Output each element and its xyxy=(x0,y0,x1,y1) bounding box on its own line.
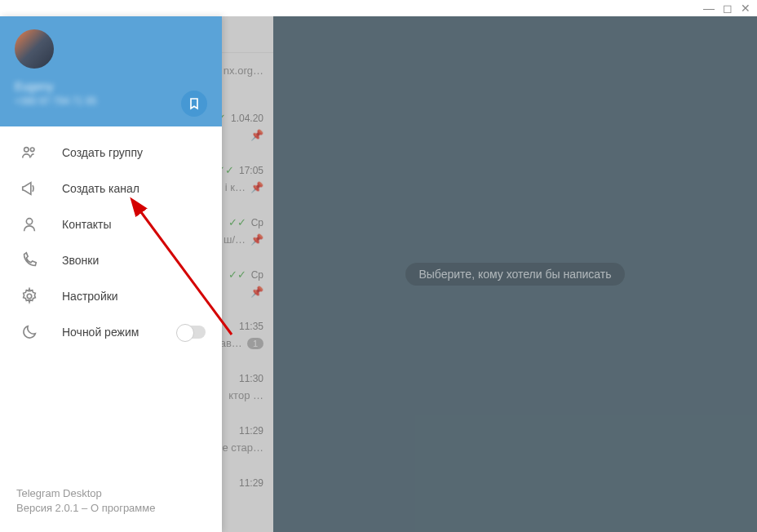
version-text: Версия 2.0.1 – xyxy=(16,502,91,514)
menu-label: Создать группу xyxy=(62,146,206,159)
drawer: Eugeny +380 97 794 71 95 Создать группу … xyxy=(0,16,222,532)
minimize-button[interactable]: — xyxy=(703,2,715,15)
phone-icon xyxy=(20,250,39,270)
svg-point-1 xyxy=(30,148,34,152)
menu-label: Создать канал xyxy=(62,182,206,195)
menu-calls[interactable]: Звонки xyxy=(0,242,222,278)
about-link[interactable]: О программе xyxy=(91,502,156,514)
saved-messages-button[interactable] xyxy=(181,91,207,117)
drawer-menu: Создать группу Создать канал Контакты Зв… xyxy=(0,126,222,475)
moon-icon xyxy=(20,322,39,342)
group-icon xyxy=(20,143,39,162)
megaphone-icon xyxy=(20,179,39,198)
menu-new-channel[interactable]: Создать канал xyxy=(0,171,222,206)
gear-icon xyxy=(20,286,39,306)
drawer-header: Eugeny +380 97 794 71 95 xyxy=(0,16,222,126)
drawer-footer: Telegram Desktop Версия 2.0.1 – О програ… xyxy=(0,475,222,532)
user-name: Eugeny xyxy=(15,80,207,93)
menu-label: Настройки xyxy=(62,290,206,303)
menu-new-group[interactable]: Создать группу xyxy=(0,135,222,171)
titlebar: — ◻ ✕ xyxy=(0,0,757,16)
menu-label: Ночной режим xyxy=(62,326,178,339)
user-phone: +380 97 794 71 95 xyxy=(15,95,207,107)
svg-point-2 xyxy=(26,219,32,224)
app-name: Telegram Desktop xyxy=(16,486,206,501)
person-icon xyxy=(20,215,39,234)
svg-point-3 xyxy=(27,294,32,299)
maximize-button[interactable]: ◻ xyxy=(723,2,733,15)
bookmark-icon xyxy=(188,97,201,110)
menu-contacts[interactable]: Контакты xyxy=(0,206,222,242)
menu-night-mode[interactable]: Ночной режим xyxy=(0,314,222,350)
menu-label: Звонки xyxy=(62,254,206,267)
svg-point-0 xyxy=(24,148,29,153)
close-button[interactable]: ✕ xyxy=(741,2,750,15)
menu-settings[interactable]: Настройки xyxy=(0,278,222,314)
menu-label: Контакты xyxy=(62,218,206,231)
night-mode-toggle[interactable] xyxy=(178,326,206,339)
avatar[interactable] xyxy=(15,29,54,69)
